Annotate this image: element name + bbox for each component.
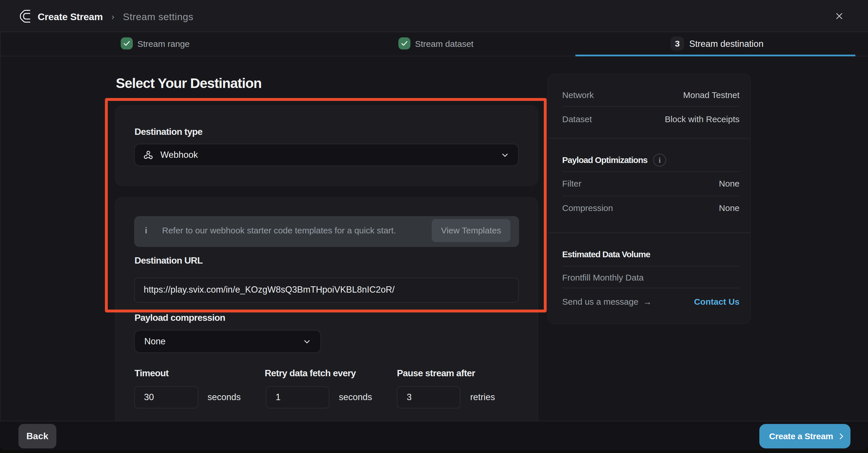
svg-text:i: i	[658, 156, 660, 164]
